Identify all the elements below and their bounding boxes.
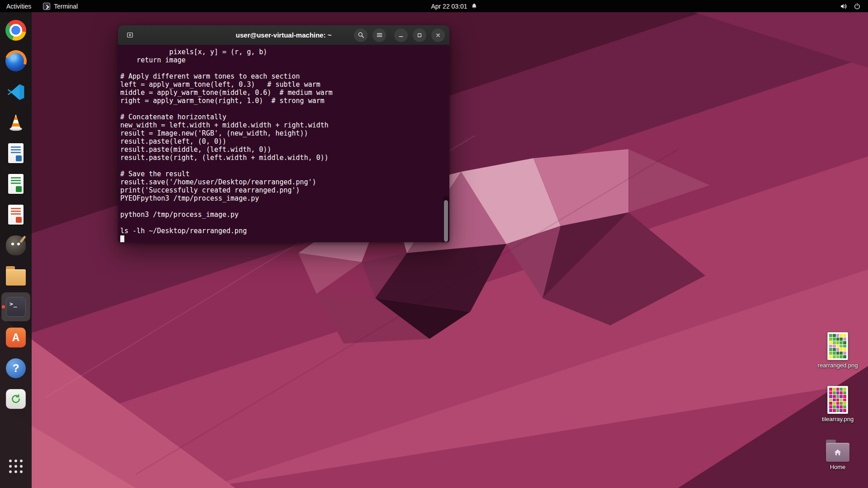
chrome-icon xyxy=(5,20,26,41)
focused-app-menu[interactable]: Terminal xyxy=(38,0,83,12)
ubuntu-software-icon: A xyxy=(6,328,26,347)
terminal-line: PYEOFpython3 /tmp/process_image.py xyxy=(120,194,449,202)
terminal-line: result = Image.new('RGB', (new_width, he… xyxy=(120,129,449,137)
gimp-icon xyxy=(6,235,26,255)
maximize-button[interactable] xyxy=(413,28,426,42)
terminal-cursor xyxy=(120,235,124,242)
focused-app-label: Terminal xyxy=(54,3,78,10)
minimize-button[interactable] xyxy=(394,28,408,42)
firefox-icon xyxy=(5,51,26,71)
terminal-line: # Apply different warm tones to each sec… xyxy=(120,72,449,80)
terminal-line: result.save('/home/user/Desktop/rearrang… xyxy=(120,178,449,186)
desktop-root: Activities Terminal Apr 22 03:01 xyxy=(0,0,868,488)
terminal-line: result.paste(left, (0, 0)) xyxy=(120,137,449,145)
terminal-line: print('Successfully created rearranged.p… xyxy=(120,186,449,194)
dock-item-chrome[interactable] xyxy=(1,16,30,45)
dock-item-help[interactable]: ? xyxy=(1,354,30,383)
terminal-line xyxy=(120,162,449,170)
system-status-area[interactable] xyxy=(833,0,868,12)
vscode-icon xyxy=(6,82,26,102)
activities-button[interactable]: Activities xyxy=(0,0,38,12)
search-icon xyxy=(358,32,364,38)
terminal-line: result.paste(right, (left.width + middle… xyxy=(120,154,449,162)
new-tab-button[interactable] xyxy=(123,28,137,42)
terminal-mini-icon xyxy=(43,3,50,10)
desktop-icon-label: rearranged.png xyxy=(818,362,858,369)
top-bar: Activities Terminal Apr 22 03:01 xyxy=(0,0,868,12)
minimize-icon xyxy=(398,32,404,38)
window-title: user@user-virtual-machine: ~ xyxy=(236,31,332,39)
terminal-output[interactable]: pixels[x, y] = (r, g, b) return image # … xyxy=(118,45,449,242)
dock-item-vlc[interactable] xyxy=(1,108,30,137)
clock-menu[interactable]: Apr 22 03:01 xyxy=(425,0,483,12)
desktop-icon-label: tilearray.png xyxy=(822,416,854,422)
terminal-line xyxy=(120,105,449,113)
terminal-cursor-line xyxy=(120,235,449,242)
menu-button[interactable] xyxy=(373,28,386,42)
vlc-icon xyxy=(6,113,26,132)
app-grid-icon xyxy=(9,460,23,473)
terminal-scrollbar[interactable] xyxy=(444,200,448,242)
terminal-line: python3 /tmp/process_image.py xyxy=(120,211,449,219)
dock-item-files[interactable] xyxy=(1,262,30,291)
dock-item-gimp[interactable] xyxy=(1,231,30,260)
terminal-line: # Concatenate horizontally xyxy=(120,113,449,121)
hamburger-menu-icon xyxy=(376,32,383,38)
terminal-line: # Save the result xyxy=(120,170,449,178)
software-updater-icon xyxy=(6,389,26,409)
terminal-icon xyxy=(6,297,26,317)
volume-icon xyxy=(840,3,847,10)
house-glyph xyxy=(833,449,842,456)
terminal-line xyxy=(120,219,449,227)
running-indicator-dot xyxy=(2,305,5,309)
terminal-line xyxy=(120,64,449,72)
dock-item-software-updater[interactable] xyxy=(1,385,30,413)
terminal-line: pixels[x, y] = (r, g, b) xyxy=(120,48,449,56)
dock-item-terminal[interactable] xyxy=(1,292,30,321)
search-button[interactable] xyxy=(354,28,368,42)
desktop-icon-label: Home xyxy=(830,464,846,470)
desktop-icon-tilearray-png[interactable]: tilearray.png xyxy=(808,386,867,422)
terminal-line: middle = apply_warm_tone(middle, 0.6) # … xyxy=(120,89,449,97)
clock-label: Apr 22 03:01 xyxy=(431,3,467,10)
close-button[interactable] xyxy=(431,28,445,42)
show-applications-button[interactable] xyxy=(1,452,30,481)
rearranged-png-thumbnail xyxy=(827,332,848,360)
headerbar-actions xyxy=(349,28,445,42)
terminal-line: ls -lh ~/Desktop/rearranged.png xyxy=(120,227,449,235)
libreoffice-writer-icon xyxy=(8,143,24,163)
tilearray-png-thumbnail xyxy=(827,386,848,414)
terminal-window: user@user-virtual-machine: ~ xyxy=(118,25,449,242)
terminal-line xyxy=(120,202,449,211)
notification-bell-icon xyxy=(471,3,478,9)
terminal-line: return image xyxy=(120,56,449,64)
close-icon xyxy=(435,32,441,38)
dock-item-ubuntu-software[interactable]: A xyxy=(1,323,30,352)
dock-item-firefox[interactable] xyxy=(1,47,30,75)
maximize-icon xyxy=(416,32,423,38)
libreoffice-impress-icon xyxy=(8,205,24,225)
desktop-icon-rearranged-png[interactable]: rearranged.png xyxy=(808,332,867,369)
terminal-line: result.paste(middle, (left.width, 0)) xyxy=(120,145,449,154)
new-tab-icon xyxy=(126,31,134,39)
terminal-text: pixels[x, y] = (r, g, b) return image # … xyxy=(120,48,449,235)
dock-item-libreoffice-impress[interactable] xyxy=(1,200,30,229)
help-icon: ? xyxy=(6,358,26,378)
terminal-headerbar[interactable]: user@user-virtual-machine: ~ xyxy=(118,25,449,45)
dock: A ? xyxy=(0,12,32,488)
files-folder-icon xyxy=(6,269,26,286)
terminal-line: new_width = left.width + middle.width + … xyxy=(120,121,449,129)
terminal-line: left = apply_warm_tone(left, 0.3) # subt… xyxy=(120,80,449,89)
desktop-icon-home[interactable]: Home xyxy=(808,441,867,470)
dock-item-libreoffice-calc[interactable] xyxy=(1,169,30,198)
libreoffice-calc-icon xyxy=(8,174,24,194)
terminal-line: right = apply_warm_tone(right, 1.0) # st… xyxy=(120,97,449,105)
power-icon xyxy=(854,3,861,10)
home-folder-icon xyxy=(826,443,849,462)
dock-item-libreoffice-writer[interactable] xyxy=(1,139,30,168)
dock-item-vscode[interactable] xyxy=(1,77,30,106)
